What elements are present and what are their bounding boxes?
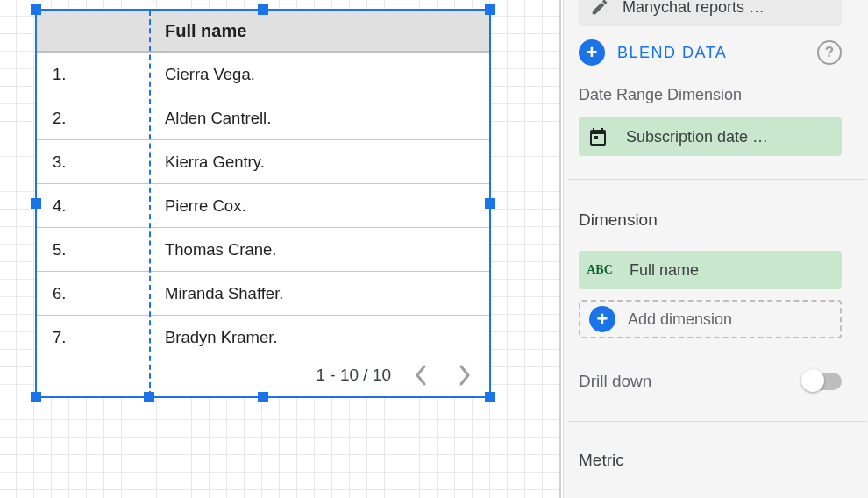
resize-handle[interactable] xyxy=(485,198,495,209)
divider xyxy=(568,421,866,422)
resize-handle[interactable] xyxy=(485,4,495,15)
blend-data-button[interactable]: BLEND DATA xyxy=(617,44,727,62)
table-header-row: Full name xyxy=(37,11,489,53)
help-icon[interactable]: ? xyxy=(817,40,842,65)
table-row[interactable]: 3. Kierra Gentry. xyxy=(37,140,489,184)
date-range-dimension-value: Subscription date … xyxy=(617,128,768,146)
calendar-icon xyxy=(579,117,617,156)
pencil-icon xyxy=(584,0,615,23)
table-row[interactable]: 5. Thomas Crane. xyxy=(37,228,489,272)
add-dimension-label: Add dimension xyxy=(628,310,732,329)
table-body: 1. Cierra Vega. 2. Alden Cantrell. 3. Ki… xyxy=(37,53,489,359)
pager-next-button[interactable] xyxy=(451,361,479,389)
row-index: 4. xyxy=(37,196,149,216)
row-index: 7. xyxy=(37,328,149,347)
dimension-chip[interactable]: ABC Full name xyxy=(579,251,842,289)
toggle-knob xyxy=(801,369,824,392)
dimension-section-label: Dimension xyxy=(579,210,658,230)
chevron-left-icon xyxy=(414,364,428,387)
table-row[interactable]: 4. Pierre Cox. xyxy=(37,184,489,228)
drill-down-row: Drill down xyxy=(579,372,842,391)
row-name: Kierra Gentry. xyxy=(149,153,489,172)
drill-down-toggle[interactable] xyxy=(803,373,842,390)
metric-section-label: Metric xyxy=(579,451,624,470)
resize-handle[interactable] xyxy=(31,4,41,15)
table-pager: 1 - 10 / 10 xyxy=(316,361,479,389)
properties-panel xyxy=(563,0,868,498)
datasource-chip[interactable]: Manychat reports … xyxy=(579,0,842,26)
row-name: Bradyn Kramer. xyxy=(149,328,489,347)
resize-handle[interactable] xyxy=(31,198,41,209)
abc-type-icon: ABC xyxy=(579,251,621,289)
table-row[interactable]: 7. Bradyn Kramer. xyxy=(37,316,489,359)
row-name: Pierre Cox. xyxy=(149,196,489,216)
column-resize-handle[interactable] xyxy=(144,392,154,402)
divider xyxy=(568,179,866,180)
pager-text: 1 - 10 / 10 xyxy=(316,366,391,385)
row-name: Thomas Crane. xyxy=(149,240,489,260)
row-name: Cierra Vega. xyxy=(149,65,489,84)
dimension-value: Full name xyxy=(621,261,699,280)
table-chart[interactable]: Full name 1. Cierra Vega. 2. Alden Cantr… xyxy=(35,9,491,398)
row-index: 5. xyxy=(37,240,149,260)
plus-icon[interactable]: + xyxy=(579,39,605,66)
row-index: 3. xyxy=(37,153,149,172)
pager-prev-button[interactable] xyxy=(407,361,435,389)
table-header-fullname[interactable]: Full name xyxy=(149,21,489,41)
report-canvas[interactable]: Full name 1. Cierra Vega. 2. Alden Cantr… xyxy=(0,0,561,498)
row-name: Alden Cantrell. xyxy=(149,109,489,128)
add-dimension-button[interactable]: + Add dimension xyxy=(579,300,842,338)
resize-handle[interactable] xyxy=(485,392,495,402)
date-range-dimension-chip[interactable]: Subscription date … xyxy=(579,117,842,156)
row-name: Miranda Shaffer. xyxy=(149,284,489,303)
datasource-name: Manychat reports … xyxy=(623,0,765,17)
resize-handle[interactable] xyxy=(31,392,41,402)
table-row[interactable]: 6. Miranda Shaffer. xyxy=(37,272,489,316)
resize-handle[interactable] xyxy=(258,392,268,402)
table-row[interactable]: 1. Cierra Vega. xyxy=(37,53,489,96)
table-row[interactable]: 2. Alden Cantrell. xyxy=(37,96,489,140)
blend-data-row: + BLEND DATA ? xyxy=(579,35,842,70)
row-index: 2. xyxy=(37,109,149,128)
plus-icon: + xyxy=(589,306,615,332)
chevron-right-icon xyxy=(458,364,472,387)
resize-handle[interactable] xyxy=(258,4,268,15)
row-index: 6. xyxy=(37,284,149,303)
row-index: 1. xyxy=(37,65,149,84)
drill-down-label: Drill down xyxy=(579,372,651,391)
date-range-dimension-label: Date Range Dimension xyxy=(579,86,742,104)
